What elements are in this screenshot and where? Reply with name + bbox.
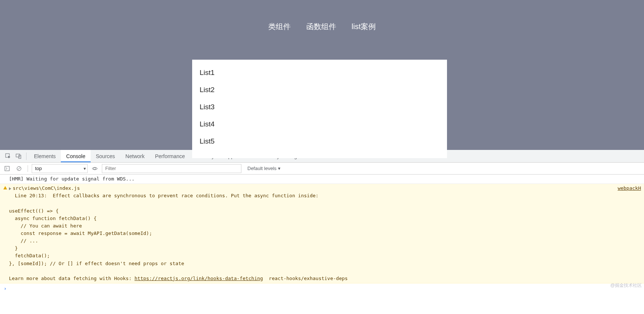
filter-input[interactable] xyxy=(102,164,241,173)
nav-item-0[interactable]: 类组件 xyxy=(268,22,291,32)
console-log-row: [HMR] Waiting for update signal from WDS… xyxy=(0,175,644,184)
warn-message: src\views\ComC\index.js Line 20:13: Effe… xyxy=(8,185,618,282)
log-levels-selector[interactable]: Default levels ▾ xyxy=(247,166,281,171)
console-warn-row: src\views\ComC\index.js Line 20:13: Effe… xyxy=(0,184,644,283)
tab-elements[interactable]: Elements xyxy=(29,150,61,162)
context-selector[interactable]: top xyxy=(32,164,88,173)
watermark: @掘金技术社区 xyxy=(610,282,642,289)
divider xyxy=(26,153,26,160)
list-item: List3 xyxy=(200,103,440,111)
app-viewport: 类组件 函数组件 list案例 List1 List2 List3 List4 … xyxy=(0,0,644,150)
inspect-element-icon[interactable] xyxy=(3,151,13,161)
toggle-device-icon[interactable] xyxy=(13,151,24,161)
list-card: List1 List2 List3 List4 List5 xyxy=(192,60,447,158)
top-nav: 类组件 函数组件 list案例 xyxy=(0,22,644,32)
console-output: [HMR] Waiting for update signal from WDS… xyxy=(0,175,644,314)
divider xyxy=(28,165,28,172)
svg-line-5 xyxy=(18,167,21,170)
levels-label: Default levels xyxy=(247,166,276,171)
warn-body: Line 20:13: Effect callbacks are synchro… xyxy=(9,193,319,281)
log-message: [HMR] Waiting for update signal from WDS… xyxy=(8,175,644,183)
gutter xyxy=(2,175,8,183)
console-prompt-input[interactable] xyxy=(26,292,644,298)
expand-triangle-icon[interactable] xyxy=(9,187,11,190)
source-link-cell: webpackH xyxy=(618,185,644,282)
warn-link[interactable]: https://reactjs.org/link/hooks-data-fetc… xyxy=(135,276,263,281)
nav-item-2[interactable]: list案例 xyxy=(351,22,375,32)
clear-console-icon[interactable] xyxy=(14,164,24,173)
tab-sources[interactable]: Sources xyxy=(91,150,120,162)
console-toolbar: top Default levels ▾ xyxy=(0,163,644,175)
warn-file: src\views\ComC\index.js xyxy=(13,185,80,191)
prompt-cell xyxy=(8,284,644,307)
prompt-caret-icon: › xyxy=(4,285,7,307)
warning-icon xyxy=(3,186,7,189)
list-item: List2 xyxy=(200,86,440,94)
context-value: top xyxy=(35,166,42,171)
tab-console[interactable]: Console xyxy=(61,150,90,162)
list-item: List1 xyxy=(200,69,440,77)
list-item: List5 xyxy=(200,137,440,145)
console-sidebar-toggle-icon[interactable] xyxy=(2,164,12,173)
list-item: List4 xyxy=(200,120,440,128)
chevron-down-icon: ▾ xyxy=(278,166,281,171)
source-link[interactable]: webpackH xyxy=(618,185,641,191)
tab-network[interactable]: Network xyxy=(120,150,150,162)
warn-tail: react-hooks/exhaustive-deps xyxy=(263,276,348,281)
console-prompt-row: › xyxy=(0,283,644,307)
live-expression-icon[interactable] xyxy=(90,164,100,173)
gutter: › xyxy=(2,284,8,307)
nav-item-1[interactable]: 函数组件 xyxy=(306,22,336,32)
svg-rect-1 xyxy=(16,154,20,157)
gutter xyxy=(2,185,8,282)
svg-point-6 xyxy=(94,167,96,170)
tab-performance[interactable]: Performance xyxy=(150,150,190,162)
